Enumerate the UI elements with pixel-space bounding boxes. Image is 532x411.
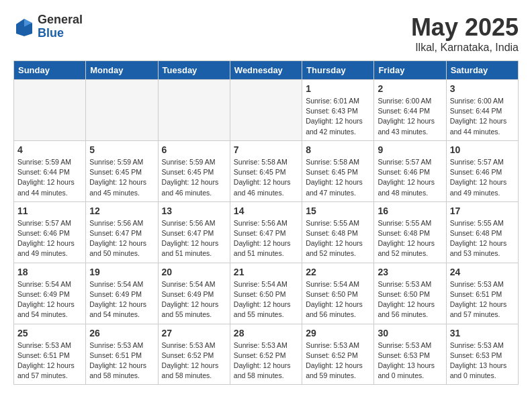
calendar-day-cell: 15Sunrise: 5:55 AM Sunset: 6:48 PM Dayli…: [302, 201, 374, 263]
calendar-day-cell: [14, 80, 86, 141]
calendar-header-cell: Wednesday: [230, 61, 302, 80]
calendar-day-cell: 22Sunrise: 5:54 AM Sunset: 6:50 PM Dayli…: [302, 263, 374, 324]
day-info: Sunrise: 5:53 AM Sunset: 6:51 PM Dayligh…: [17, 340, 82, 381]
calendar-day-cell: 30Sunrise: 5:53 AM Sunset: 6:53 PM Dayli…: [374, 324, 446, 385]
calendar-day-cell: 20Sunrise: 5:54 AM Sunset: 6:49 PM Dayli…: [158, 263, 230, 324]
month-year: May 2025: [411, 13, 519, 42]
calendar-day-cell: 17Sunrise: 5:55 AM Sunset: 6:48 PM Dayli…: [446, 201, 518, 263]
calendar-day-cell: 5Sunrise: 5:59 AM Sunset: 6:45 PM Daylig…: [86, 140, 158, 201]
day-info: Sunrise: 5:54 AM Sunset: 6:50 PM Dayligh…: [306, 279, 370, 320]
calendar-day-cell: 27Sunrise: 5:53 AM Sunset: 6:52 PM Dayli…: [158, 324, 230, 385]
calendar-day-cell: 11Sunrise: 5:57 AM Sunset: 6:46 PM Dayli…: [14, 201, 86, 263]
day-info: Sunrise: 5:57 AM Sunset: 6:46 PM Dayligh…: [378, 157, 442, 198]
day-number: 12: [89, 205, 154, 216]
logo-general: General: [38, 13, 83, 27]
day-info: Sunrise: 5:55 AM Sunset: 6:48 PM Dayligh…: [306, 218, 370, 259]
calendar-day-cell: [230, 80, 302, 141]
day-info: Sunrise: 5:56 AM Sunset: 6:47 PM Dayligh…: [89, 218, 154, 259]
calendar-day-cell: 14Sunrise: 5:56 AM Sunset: 6:47 PM Dayli…: [230, 201, 302, 263]
day-number: 29: [306, 328, 370, 338]
calendar-body: 1Sunrise: 6:01 AM Sunset: 6:43 PM Daylig…: [14, 80, 519, 385]
day-number: 22: [306, 267, 370, 277]
day-info: Sunrise: 5:56 AM Sunset: 6:47 PM Dayligh…: [234, 218, 298, 259]
day-number: 31: [450, 328, 515, 338]
day-number: 27: [162, 328, 226, 338]
calendar-week-row: 11Sunrise: 5:57 AM Sunset: 6:46 PM Dayli…: [14, 201, 519, 263]
calendar-day-cell: 18Sunrise: 5:54 AM Sunset: 6:49 PM Dayli…: [14, 263, 86, 324]
day-number: 13: [162, 205, 226, 216]
day-info: Sunrise: 6:01 AM Sunset: 6:43 PM Dayligh…: [306, 96, 370, 137]
day-number: 15: [306, 205, 370, 216]
calendar-week-row: 4Sunrise: 5:59 AM Sunset: 6:44 PM Daylig…: [14, 140, 519, 201]
day-info: Sunrise: 5:59 AM Sunset: 6:45 PM Dayligh…: [162, 157, 226, 198]
calendar-day-cell: 12Sunrise: 5:56 AM Sunset: 6:47 PM Dayli…: [86, 201, 158, 263]
calendar-header-cell: Tuesday: [158, 61, 230, 80]
logo-blue: Blue: [38, 27, 83, 40]
calendar-day-cell: 10Sunrise: 5:57 AM Sunset: 6:46 PM Dayli…: [446, 140, 518, 201]
calendar-table: SundayMondayTuesdayWednesdayThursdayFrid…: [13, 60, 519, 385]
day-number: 8: [306, 144, 370, 155]
day-number: 30: [378, 328, 442, 338]
day-info: Sunrise: 5:58 AM Sunset: 6:45 PM Dayligh…: [306, 157, 370, 198]
location: Ilkal, Karnataka, India: [411, 42, 519, 54]
day-number: 14: [234, 205, 298, 216]
calendar-header-cell: Saturday: [446, 61, 518, 80]
calendar-header-row: SundayMondayTuesdayWednesdayThursdayFrid…: [14, 61, 519, 80]
day-info: Sunrise: 5:53 AM Sunset: 6:52 PM Dayligh…: [162, 340, 226, 381]
day-info: Sunrise: 5:53 AM Sunset: 6:51 PM Dayligh…: [450, 279, 515, 320]
day-number: 16: [378, 205, 442, 216]
day-info: Sunrise: 5:59 AM Sunset: 6:44 PM Dayligh…: [17, 157, 82, 198]
day-number: 1: [306, 83, 370, 94]
day-info: Sunrise: 5:54 AM Sunset: 6:50 PM Dayligh…: [234, 279, 298, 320]
calendar-day-cell: [86, 80, 158, 141]
day-number: 23: [378, 267, 442, 277]
calendar-day-cell: 21Sunrise: 5:54 AM Sunset: 6:50 PM Dayli…: [230, 263, 302, 324]
calendar-header-cell: Sunday: [14, 61, 86, 80]
logo-text: General Blue: [38, 13, 83, 40]
calendar-day-cell: 19Sunrise: 5:54 AM Sunset: 6:49 PM Dayli…: [86, 263, 158, 324]
day-info: Sunrise: 5:54 AM Sunset: 6:49 PM Dayligh…: [162, 279, 226, 320]
calendar-day-cell: 16Sunrise: 5:55 AM Sunset: 6:48 PM Dayli…: [374, 201, 446, 263]
day-info: Sunrise: 5:53 AM Sunset: 6:52 PM Dayligh…: [234, 340, 298, 381]
calendar-day-cell: 1Sunrise: 6:01 AM Sunset: 6:43 PM Daylig…: [302, 80, 374, 141]
day-info: Sunrise: 5:59 AM Sunset: 6:45 PM Dayligh…: [89, 157, 154, 198]
day-info: Sunrise: 6:00 AM Sunset: 6:44 PM Dayligh…: [378, 96, 442, 137]
day-number: 17: [450, 205, 515, 216]
day-info: Sunrise: 5:54 AM Sunset: 6:49 PM Dayligh…: [17, 279, 82, 320]
day-info: Sunrise: 5:55 AM Sunset: 6:48 PM Dayligh…: [378, 218, 442, 259]
day-number: 5: [89, 144, 154, 155]
day-info: Sunrise: 6:00 AM Sunset: 6:44 PM Dayligh…: [450, 96, 515, 137]
day-number: 9: [378, 144, 442, 155]
day-info: Sunrise: 5:56 AM Sunset: 6:47 PM Dayligh…: [162, 218, 226, 259]
calendar-day-cell: 6Sunrise: 5:59 AM Sunset: 6:45 PM Daylig…: [158, 140, 230, 201]
day-info: Sunrise: 5:53 AM Sunset: 6:53 PM Dayligh…: [378, 340, 442, 381]
day-number: 18: [17, 267, 82, 277]
calendar-day-cell: 29Sunrise: 5:53 AM Sunset: 6:52 PM Dayli…: [302, 324, 374, 385]
day-number: 11: [17, 205, 82, 216]
day-number: 25: [17, 328, 82, 338]
calendar-day-cell: 13Sunrise: 5:56 AM Sunset: 6:47 PM Dayli…: [158, 201, 230, 263]
calendar-header-cell: Thursday: [302, 61, 374, 80]
day-number: 7: [234, 144, 298, 155]
calendar-day-cell: 2Sunrise: 6:00 AM Sunset: 6:44 PM Daylig…: [374, 80, 446, 141]
day-info: Sunrise: 5:57 AM Sunset: 6:46 PM Dayligh…: [17, 218, 82, 259]
calendar-week-row: 1Sunrise: 6:01 AM Sunset: 6:43 PM Daylig…: [14, 80, 519, 141]
calendar-day-cell: 31Sunrise: 5:53 AM Sunset: 6:53 PM Dayli…: [446, 324, 518, 385]
day-number: 10: [450, 144, 515, 155]
day-info: Sunrise: 5:53 AM Sunset: 6:52 PM Dayligh…: [306, 340, 370, 381]
calendar-header-cell: Monday: [86, 61, 158, 80]
calendar-day-cell: 24Sunrise: 5:53 AM Sunset: 6:51 PM Dayli…: [446, 263, 518, 324]
calendar-day-cell: 8Sunrise: 5:58 AM Sunset: 6:45 PM Daylig…: [302, 140, 374, 201]
day-info: Sunrise: 5:53 AM Sunset: 6:50 PM Dayligh…: [378, 279, 442, 320]
calendar-week-row: 25Sunrise: 5:53 AM Sunset: 6:51 PM Dayli…: [14, 324, 519, 385]
page-header: General Blue May 2025 Ilkal, Karnataka, …: [13, 13, 519, 54]
day-number: 26: [89, 328, 154, 338]
calendar-week-row: 18Sunrise: 5:54 AM Sunset: 6:49 PM Dayli…: [14, 263, 519, 324]
day-number: 21: [234, 267, 298, 277]
day-info: Sunrise: 5:54 AM Sunset: 6:49 PM Dayligh…: [89, 279, 154, 320]
day-info: Sunrise: 5:53 AM Sunset: 6:51 PM Dayligh…: [89, 340, 154, 381]
day-number: 3: [450, 83, 515, 94]
calendar-header-cell: Friday: [374, 61, 446, 80]
calendar-day-cell: 7Sunrise: 5:58 AM Sunset: 6:45 PM Daylig…: [230, 140, 302, 201]
day-number: 24: [450, 267, 515, 277]
